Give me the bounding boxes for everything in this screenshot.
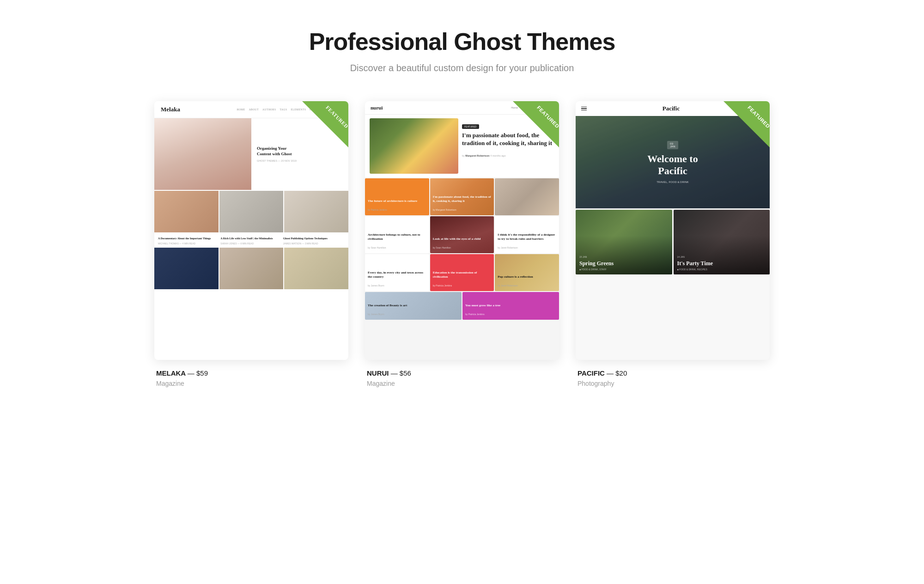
featured-ribbon-melaka: Featured (302, 101, 348, 147)
melaka-img-1 (154, 191, 219, 232)
nurui-category: Magazine (367, 380, 557, 387)
melaka-hero-title: Organizing YourContent with Ghost (257, 146, 343, 157)
nurui-info: NURUI — $56 Magazine (365, 360, 559, 387)
pacific-cards-grid: 15 JAN Spring Greens ■ FOOD & DRINK, STA… (576, 210, 770, 274)
nurui-tile-child: Look at life with the eyes of a child by… (430, 216, 494, 253)
pacific-price: — $20 (607, 369, 627, 377)
melaka-hero-meta: GHOST THEMES — 20 NOV 2019 (257, 159, 343, 162)
pacific-info: PACIFIC — $20 Photography (576, 360, 770, 387)
page-subtitle: Discover a beautiful custom design for y… (309, 63, 615, 73)
melaka-category: Magazine (156, 380, 346, 387)
pacific-name: PACIFIC (578, 369, 605, 377)
melaka-info: MELAKA — $59 Magazine (154, 360, 348, 387)
hamburger-icon (581, 107, 587, 111)
featured-label-pacific: Featured (747, 104, 770, 129)
nurui-tile-popculture: Pop culture is a reflection by Janet Rob… (495, 254, 559, 291)
nurui-tile-education: Education is the transmission of civiliz… (430, 254, 494, 291)
melaka-preview[interactable]: Featured Melaka HOME ABOUT AUTHORS TAGS … (154, 101, 348, 360)
nurui-tile-arch: Architecture belongs to culture, not to … (365, 216, 429, 253)
nurui-preview[interactable]: Featured nurui Home Features Style Guide… (365, 101, 559, 360)
melaka-caption-3: Ghost Publishing Options Techniques JAME… (283, 237, 345, 245)
pacific-hero-title: Welcome toPacific (647, 153, 698, 177)
pacific-card-party-title: It's Party Time (677, 260, 766, 267)
nurui-row4: The creation of Beauty is art by James B… (365, 292, 559, 320)
pacific-logo: Pacific (663, 105, 680, 112)
nurui-mosaic-2: Architecture belongs to culture, not to … (365, 216, 559, 253)
nurui-logo: nurui (371, 105, 383, 110)
melaka-hero-image (154, 118, 251, 190)
page-title: Professional Ghost Themes (309, 28, 615, 55)
melaka-grid3b (154, 248, 348, 289)
pacific-card-party-meta: 14 JAN (677, 256, 766, 258)
melaka-img-5 (219, 248, 284, 289)
melaka-captions: A Documentary About the Important Things… (154, 233, 348, 247)
nurui-tile-beauty: The creation of Beauty is art by James B… (365, 292, 462, 320)
pacific-card-party-tag: ■ FOOD & DRINK, RECIPES (677, 268, 766, 271)
pacific-card-spring-content: 15 JAN Spring Greens ■ FOOD & DRINK, STA… (579, 256, 669, 271)
pacific-card-spring-meta: 15 JAN (579, 256, 669, 258)
theme-card-nurui: Featured nurui Home Features Style Guide… (365, 101, 559, 387)
page-header: Professional Ghost Themes Discover a bea… (309, 28, 615, 73)
featured-ribbon-pacific: Featured (723, 101, 770, 147)
theme-card-pacific: Featured Pacific ⚲ ⌕ 03JAN (576, 101, 770, 387)
pacific-card-spring-tag: ■ FOOD & DRINK, STAFF (579, 268, 669, 271)
melaka-title-line: MELAKA — $59 (156, 369, 346, 377)
nurui-tile-country: Every day, in every city and town across… (365, 254, 429, 291)
nurui-hero-tag: FEATURED (462, 124, 479, 129)
nurui-mosaic-1: The future of architecture is culture by… (365, 178, 559, 215)
nurui-hero-author: by Margaret Robertson 4 months ago (462, 154, 505, 157)
melaka-img-4 (154, 248, 219, 289)
pacific-hero-date: 03JAN (667, 141, 678, 149)
melaka-img-2 (219, 191, 284, 232)
melaka-name: MELAKA (156, 369, 186, 377)
themes-grid: Featured Melaka HOME ABOUT AUTHORS TAGS … (139, 101, 785, 387)
melaka-price: — $59 (188, 369, 208, 377)
pacific-preview[interactable]: Featured Pacific ⚲ ⌕ 03JAN (576, 101, 770, 360)
melaka-img-3 (284, 191, 348, 232)
melaka-logo: Melaka (161, 106, 180, 113)
melaka-caption-1: A Documentary About the Important Things… (158, 237, 219, 245)
pacific-card-party: 14 JAN It's Party Time ■ FOOD & DRINK, R… (674, 210, 770, 274)
nurui-title-line: NURUI — $56 (367, 369, 557, 377)
nurui-mosaic-3: Every day, in every city and town across… (365, 254, 559, 291)
featured-label-nurui: Featured (536, 104, 559, 129)
melaka-img-6 (284, 248, 348, 289)
featured-ribbon-nurui: Featured (513, 101, 559, 147)
pacific-category: Photography (578, 380, 768, 387)
nurui-hero-image (370, 118, 458, 174)
featured-label: Featured (325, 104, 348, 129)
pacific-card-spring-title: Spring Greens (579, 260, 669, 267)
pacific-title-line: PACIFIC — $20 (578, 369, 768, 377)
melaka-caption-2: A Rich Life with Less Stuff | the Minima… (220, 237, 282, 245)
melaka-grid3 (154, 191, 348, 232)
nurui-price: — $56 (391, 369, 411, 377)
nurui-tile-designer: I think it's the responsibility of a des… (495, 216, 559, 253)
theme-card-melaka: Featured Melaka HOME ABOUT AUTHORS TAGS … (154, 101, 348, 387)
pacific-hero-tag: TRAVEL, FOOD & DRINK (657, 181, 689, 183)
nurui-name: NURUI (367, 369, 389, 377)
nurui-tile-orange: The future of architecture is culture by… (365, 178, 429, 215)
nurui-tile-food2 (495, 178, 559, 215)
pacific-card-party-content: 14 JAN It's Party Time ■ FOOD & DRINK, R… (677, 256, 766, 271)
nurui-tile-tree: You must grow like a tree by Patricia Je… (462, 292, 559, 320)
nurui-tile-fruit: I'm passionate about food, the tradition… (430, 178, 494, 215)
pacific-card-spring: 15 JAN Spring Greens ■ FOOD & DRINK, STA… (576, 210, 672, 274)
